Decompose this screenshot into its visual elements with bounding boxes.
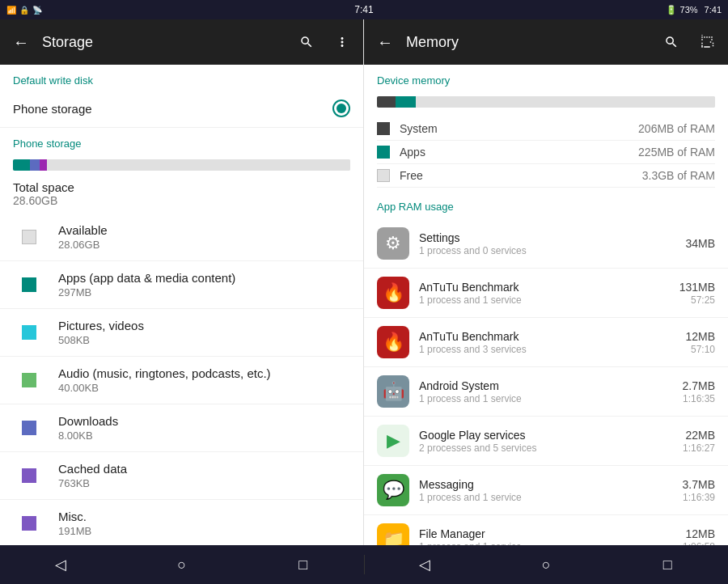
app-stats-gplay: 22MB 1:16:27 <box>683 429 715 454</box>
memory-bar-apps <box>396 96 416 108</box>
phone-storage-name: Phone storage <box>13 102 332 116</box>
memory-toolbar-icons <box>657 28 722 57</box>
left-back-button[interactable]: ◁ <box>36 548 85 581</box>
status-bar-center-time: 7:41 <box>245 4 484 15</box>
storage-text-downloads: Downloads 8.00KB <box>58 414 350 442</box>
app-ram-usage-header: App RAM usage <box>364 191 728 219</box>
memory-bar-container <box>364 93 728 114</box>
status-bar-right: 🔋 73% 7:41 <box>483 5 728 15</box>
app-icon-settings: ⚙ <box>377 227 409 260</box>
storage-item-misc[interactable]: Misc. 191MB <box>0 500 363 545</box>
storage-icon-downloads <box>13 421 45 435</box>
memory-legend-apps: Apps 225MB of RAM <box>377 141 715 164</box>
left-home-button[interactable]: ○ <box>158 548 206 581</box>
memory-toolbar: ← Memory <box>364 19 728 65</box>
phone-storage-radio[interactable] <box>332 99 350 117</box>
storage-item-available[interactable]: Available 28.06GB <box>0 214 363 261</box>
lock-icon: 🔒 <box>19 6 29 15</box>
storage-text-cached: Cached data 763KB <box>58 462 350 489</box>
storage-item-downloads[interactable]: Downloads 8.00KB <box>0 404 363 452</box>
storage-item-audio[interactable]: Audio (music, ringtones, podcasts, etc.)… <box>0 357 363 404</box>
app-ram-item-android-system[interactable]: 🤖 Android System 1 process and 1 service… <box>364 367 728 417</box>
status-bar-left: 📶 🔒 📡 <box>0 6 245 15</box>
nav-right: ◁ ○ □ <box>365 548 729 581</box>
app-info-antutu2: AnTuTu Benchmark 1 process and 3 service… <box>419 330 685 355</box>
storage-bar-blue <box>30 159 40 171</box>
total-space-value: 28.60GB <box>13 194 350 207</box>
memory-title: Memory <box>406 34 657 51</box>
memory-legend-free: Free 3.3GB of RAM <box>377 164 715 188</box>
storage-icon-misc <box>13 516 45 531</box>
storage-bar-free <box>47 159 350 171</box>
storage-bar-purple <box>40 159 46 171</box>
storage-icon-audio <box>13 373 45 387</box>
phone-storage-radio-item[interactable]: Phone storage <box>0 90 363 128</box>
app-ram-item-gplay[interactable]: ▶ Google Play services 2 processes and 5… <box>364 417 728 466</box>
app-icon-filemanager: 📁 <box>377 523 409 545</box>
wifi-icon: 📡 <box>32 6 42 15</box>
memory-search-button[interactable] <box>657 28 686 57</box>
total-space-label: Total space <box>13 180 350 194</box>
storage-bar <box>13 159 350 171</box>
more-button[interactable] <box>328 28 357 57</box>
phone-storage-text: Phone storage <box>13 102 332 116</box>
app-stats-filemanager: 12MB 1:06:58 <box>683 527 715 546</box>
device-memory-header: Device memory <box>364 65 728 93</box>
storage-bar-teal <box>13 159 30 171</box>
app-icon-antutu1: 🔥 <box>377 277 409 309</box>
app-ram-item-settings[interactable]: ⚙ Settings 1 process and 0 services 34MB <box>364 219 728 269</box>
app-info-antutu1: AnTuTu Benchmark 1 process and 1 service <box>419 281 679 306</box>
right-panel: ← Memory Device memory <box>364 19 728 545</box>
app-stats-android-system: 2.7MB 1:16:35 <box>683 379 715 404</box>
phone-storage-section: Phone storage <box>0 128 363 153</box>
app-icon-messaging: 💬 <box>377 474 409 506</box>
app-ram-item-filemanager[interactable]: 📁 File Manager 1 process and 1 service 1… <box>364 515 728 545</box>
storage-toolbar: ← Storage <box>0 19 363 65</box>
app-ram-item-antutu2[interactable]: 🔥 AnTuTu Benchmark 1 process and 3 servi… <box>364 318 728 367</box>
memory-legend: System 206MB of RAM Apps 225MB of RAM Fr… <box>364 114 728 191</box>
legend-dot-free <box>377 169 390 182</box>
app-ram-item-messaging[interactable]: 💬 Messaging 1 process and 1 service 3.7M… <box>364 466 728 515</box>
storage-title: Storage <box>42 34 292 51</box>
storage-item-apps[interactable]: Apps (app data & media content) 297MB <box>0 261 363 309</box>
main-content: ← Storage Default write disk Phone stora… <box>0 19 728 545</box>
memory-bar-free <box>416 96 715 108</box>
storage-text-misc: Misc. 191MB <box>58 510 350 537</box>
storage-text-apps: Apps (app data & media content) 297MB <box>58 271 350 298</box>
right-recents-button[interactable]: □ <box>643 548 692 581</box>
app-stats-antutu2: 12MB 57:10 <box>685 330 715 355</box>
right-back-button[interactable]: ◁ <box>400 548 449 581</box>
memory-back-button[interactable]: ← <box>370 28 400 57</box>
storage-item-pictures[interactable]: Pictures, videos 508KB <box>0 309 363 357</box>
legend-dot-system <box>377 122 390 135</box>
storage-text-pictures: Pictures, videos 508KB <box>58 319 350 346</box>
left-panel: ← Storage Default write disk Phone stora… <box>0 19 364 545</box>
nav-bar: ◁ ○ □ ◁ ○ □ <box>0 545 728 584</box>
storage-items-list: Available 28.06GB Apps (app data & media… <box>0 214 363 545</box>
app-stats-messaging: 3.7MB 1:16:39 <box>683 478 715 503</box>
memory-bar <box>377 96 715 108</box>
memory-bar-system <box>377 96 396 108</box>
search-button[interactable] <box>292 28 321 57</box>
storage-total: Total space 28.60GB <box>0 174 363 214</box>
app-icon-android-system: 🤖 <box>377 375 409 408</box>
nav-left: ◁ ○ □ <box>0 548 364 581</box>
back-button[interactable]: ← <box>6 28 36 57</box>
app-stats-settings: 34MB <box>685 237 715 250</box>
app-info-messaging: Messaging 1 process and 1 service <box>419 478 683 503</box>
app-info-gplay: Google Play services 2 processes and 5 s… <box>419 429 683 454</box>
storage-icon-cached <box>13 468 45 483</box>
storage-text-available: Available 28.06GB <box>58 223 350 251</box>
app-ram-item-antutu1[interactable]: 🔥 AnTuTu Benchmark 1 process and 1 servi… <box>364 269 728 318</box>
battery-icon-left: 🔋 <box>666 5 677 15</box>
status-bar: 📶 🔒 📡 7:41 🔋 73% 7:41 <box>0 0 728 19</box>
storage-text-audio: Audio (music, ringtones, podcasts, etc.)… <box>58 366 350 394</box>
left-recents-button[interactable]: □ <box>279 548 328 581</box>
radio-inner <box>336 104 346 113</box>
right-home-button[interactable]: ○ <box>522 548 570 581</box>
memory-content: Device memory System 206MB of RAM Apps 2… <box>364 65 728 545</box>
storage-item-cached[interactable]: Cached data 763KB <box>0 452 363 500</box>
app-ram-list: ⚙ Settings 1 process and 0 services 34MB… <box>364 219 728 545</box>
app-stats-antutu1: 131MB 57:25 <box>679 281 715 306</box>
memory-app-icon[interactable] <box>692 28 722 57</box>
